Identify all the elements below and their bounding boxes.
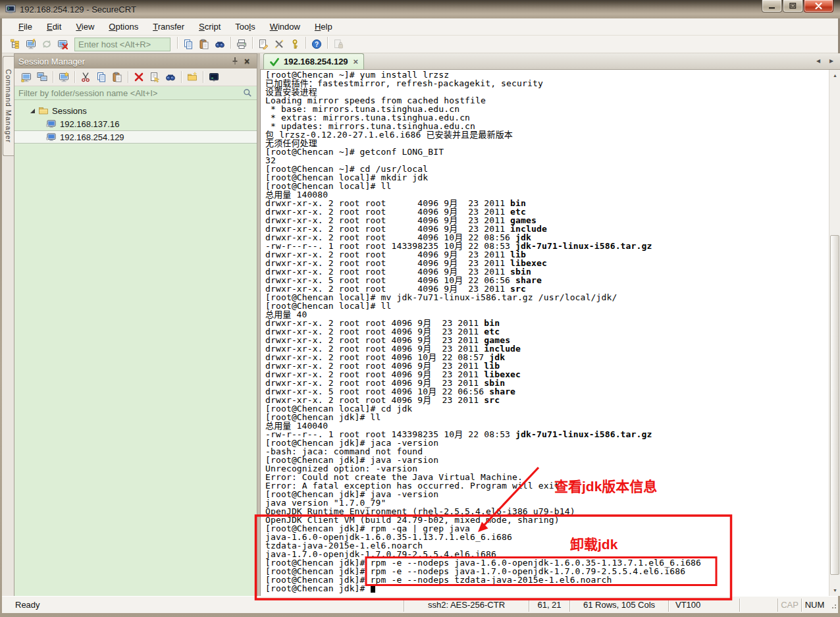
toolbar-separator (128, 71, 128, 83)
terminal-line: [root@Chencan jdk]# ll (265, 413, 829, 421)
wizard-icon[interactable] (56, 70, 72, 84)
side-tab-strip: Command Manager (2, 53, 14, 596)
session-icon (46, 132, 57, 142)
connected-check-icon (269, 57, 280, 67)
find-icon[interactable] (163, 70, 178, 84)
terminal-line: [root@Chencan local]# ll (265, 302, 829, 310)
reconnect-icon (39, 37, 55, 51)
session-tab-label: 192.168.254.129 (284, 57, 348, 67)
close-button[interactable] (804, 0, 833, 13)
status-ready: Ready (2, 600, 404, 610)
session-options-icon[interactable] (255, 37, 271, 51)
app-icon (5, 4, 16, 14)
connect-icon[interactable] (18, 70, 34, 84)
status-caps-indicator: CAP (777, 599, 801, 612)
status-spacer (739, 599, 777, 612)
toolbar-separator (203, 71, 203, 83)
filter-input[interactable] (14, 86, 242, 99)
new-folder-icon[interactable] (184, 70, 200, 84)
print-icon[interactable] (234, 37, 249, 51)
session-manager-panel: Session Manager × Sessions 192.168.137.1… (14, 53, 257, 596)
session-manager-title: Session Manager (18, 57, 85, 67)
tab-scroll-left-icon[interactable]: ◂ (816, 56, 820, 65)
terminal-area: 192.168.254.129 × ◂ ▸ [root@Chencan ~]# … (260, 53, 840, 596)
restore-button[interactable] (783, 0, 803, 13)
session-tree: Sessions 192.168.137.16192.168.254.129 (14, 100, 257, 596)
delete-icon[interactable] (131, 70, 147, 84)
status-cursor-position: 61, 21 (529, 599, 569, 612)
session-manager-header: Session Manager × (14, 54, 257, 68)
terminal-line: 包 lrzsz-0.12.20-27.1.el6.i686 已安装并且是最新版本 (265, 130, 829, 139)
main-toolbar-right (174, 37, 346, 51)
toolbar-separator (230, 37, 231, 49)
terminal-cursor (371, 585, 376, 593)
session-item[interactable]: 192.168.254.129 (14, 130, 257, 144)
menu-window[interactable]: Window (263, 20, 307, 34)
help-icon[interactable] (309, 37, 325, 51)
tab-scroll-right-icon[interactable]: ▸ (829, 56, 833, 65)
global-options-icon[interactable] (271, 37, 287, 51)
status-num-indicator: NUM (801, 599, 827, 612)
toolbar-separator (53, 71, 53, 83)
menu-help[interactable]: Help (307, 20, 340, 34)
folder-icon (38, 105, 49, 116)
toolbar-separator (74, 71, 75, 83)
menu-edit[interactable]: Edit (39, 20, 68, 34)
scroll-down-icon[interactable]: ▼ (829, 585, 840, 596)
toolbar-separator (327, 37, 328, 49)
paste-icon[interactable] (196, 37, 212, 51)
status-bar: Ready ssh2: AES-256-CTR 61, 21 61 Rows, … (2, 596, 838, 613)
terminal-output: [root@Chencan ~]# yum install lrzsz已加载插件… (261, 70, 829, 596)
main-toolbar (2, 36, 838, 53)
expander-icon[interactable] (29, 107, 36, 114)
terminal-line: [root@Chencan local]# ll (265, 182, 829, 190)
resize-grip[interactable] (827, 600, 838, 610)
scrollbar-thumb[interactable] (830, 235, 839, 575)
menu-file[interactable]: File (11, 20, 39, 34)
terminal-scrollbar[interactable]: ▲ ▼ (829, 70, 840, 596)
copy-icon[interactable] (180, 37, 196, 51)
session-manager-icon[interactable] (7, 37, 23, 51)
properties-icon[interactable] (147, 70, 163, 84)
find-icon[interactable] (212, 37, 228, 51)
minimize-button[interactable] (762, 0, 782, 13)
menu-options[interactable]: Options (101, 20, 145, 34)
enter-host-input[interactable] (74, 38, 171, 51)
sessions-root-row[interactable]: Sessions (14, 104, 257, 117)
keygen-icon[interactable] (287, 37, 303, 51)
tabbed-connect-icon[interactable] (34, 70, 50, 84)
session-item[interactable]: 192.168.137.16 (14, 117, 257, 130)
copy-icon[interactable] (93, 70, 109, 84)
status-emulation: VT100 (668, 599, 739, 612)
securecrt-window: 192.168.254.129 - SecureCRT FileEditView… (0, 0, 840, 617)
tab-bar: 192.168.254.129 × ◂ ▸ (260, 53, 840, 70)
disconnect-icon[interactable] (55, 37, 70, 51)
lock-icon (330, 37, 346, 51)
menu-script[interactable]: Script (192, 20, 228, 34)
sessions-root-label: Sessions (52, 106, 87, 116)
search-icon (242, 88, 253, 98)
pin-icon[interactable] (229, 56, 241, 67)
command-manager-tab[interactable]: Command Manager (3, 56, 14, 156)
menu-view[interactable]: View (68, 20, 101, 34)
trace-icon[interactable] (206, 70, 222, 84)
session-icon (46, 119, 57, 129)
title-bar[interactable]: 192.168.254.129 - SecureCRT (0, 0, 840, 18)
session-tab[interactable]: 192.168.254.129 × (263, 53, 364, 69)
sm-toolbar (14, 68, 257, 86)
paste-icon[interactable] (109, 70, 125, 84)
toolbar-separator (252, 37, 253, 49)
filter-row (14, 86, 257, 100)
menu-transfer[interactable]: Transfer (145, 20, 192, 34)
terminal-viewport[interactable]: [root@Chencan ~]# yum install lrzsz已加载插件… (260, 70, 840, 596)
cut-icon[interactable] (78, 70, 93, 84)
terminal-line: [root@Chencan jdk]# (265, 584, 829, 593)
toolbar-separator (181, 71, 182, 83)
status-cipher: ssh2: AES-256-CTR (404, 599, 529, 612)
scroll-up-icon[interactable]: ▲ (829, 70, 840, 81)
close-panel-icon[interactable]: × (241, 56, 253, 67)
menu-tools[interactable]: Tools (228, 20, 262, 34)
tab-close-icon[interactable]: × (352, 57, 359, 67)
session-list: 192.168.137.16192.168.254.129 (14, 117, 257, 144)
quick-connect-icon[interactable] (23, 37, 39, 51)
